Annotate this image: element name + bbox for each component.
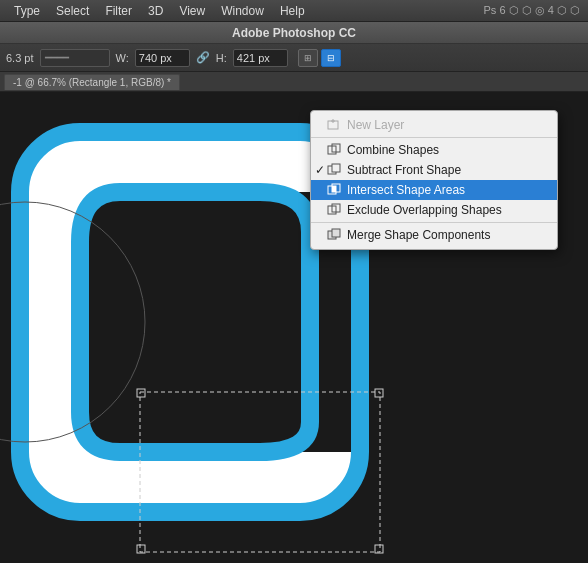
menu-bar: Type Select Filter 3D View Window Help P… (0, 0, 588, 22)
menu-type[interactable]: Type (8, 2, 46, 20)
subtract-icon (327, 163, 341, 177)
menu-separator-2 (311, 222, 557, 223)
menu-view[interactable]: View (173, 2, 211, 20)
menu-help[interactable]: Help (274, 2, 311, 20)
merge-label: Merge Shape Components (347, 228, 490, 242)
combine-shapes-label: Combine Shapes (347, 143, 439, 157)
subtract-label: Subtract Front Shape (347, 163, 461, 177)
size-label: 6.3 pt (6, 52, 34, 64)
exclude-label: Exclude Overlapping Shapes (347, 203, 502, 217)
check-mark: ✓ (315, 163, 325, 177)
app-title: Adobe Photoshop CC (232, 26, 356, 40)
merge-icon (327, 228, 341, 242)
svg-rect-19 (332, 186, 336, 192)
menu-item-combine-shapes[interactable]: Combine Shapes (311, 140, 557, 160)
menu-item-subtract-front-shape[interactable]: ✓ Subtract Front Shape (311, 160, 557, 180)
shape-mode-button[interactable]: ⊟ (321, 49, 341, 67)
new-layer-icon (327, 118, 341, 132)
menu-item-merge-shape-components[interactable]: Merge Shape Components (311, 225, 557, 245)
menu-item-exclude-overlapping-shapes[interactable]: Exclude Overlapping Shapes (311, 200, 557, 220)
tab-label: -1 @ 66.7% (Rectangle 1, RGB/8) * (13, 77, 171, 88)
svg-rect-23 (332, 229, 340, 237)
height-input[interactable] (233, 49, 288, 67)
width-input[interactable] (135, 49, 190, 67)
menu-window[interactable]: Window (215, 2, 270, 20)
exclude-icon (327, 203, 341, 217)
menu-separator-1 (311, 137, 557, 138)
intersect-label: Intersect Shape Areas (347, 183, 465, 197)
link-icon: 🔗 (196, 51, 210, 64)
menu-select[interactable]: Select (50, 2, 95, 20)
menu-filter[interactable]: Filter (99, 2, 138, 20)
options-bar: 6.3 pt ━━━━ W: 🔗 H: ⊞ ⊟ (0, 44, 588, 72)
intersect-icon (327, 183, 341, 197)
document-tab[interactable]: -1 @ 66.7% (Rectangle 1, RGB/8) * (4, 74, 180, 90)
ps-icon: Ps 6 ⬡ ⬡ ◎ 4 ⬡ ⬡ (484, 4, 580, 17)
w-label: W: (116, 52, 129, 64)
dropdown-menu: New Layer Combine Shapes ✓ Subtract Fron… (310, 110, 558, 250)
canvas-area: -1 @ 66.7% (Rectangle 1, RGB/8) * (0, 72, 588, 563)
menu-3d[interactable]: 3D (142, 2, 169, 20)
menu-item-new-layer[interactable]: New Layer (311, 115, 557, 135)
title-bar: Adobe Photoshop CC (0, 22, 588, 44)
tab-area: -1 @ 66.7% (Rectangle 1, RGB/8) * (0, 72, 588, 92)
h-label: H: (216, 52, 227, 64)
svg-rect-16 (332, 164, 340, 172)
menu-item-intersect-shape-areas[interactable]: Intersect Shape Areas (311, 180, 557, 200)
new-layer-label: New Layer (347, 118, 404, 132)
combine-shapes-icon (327, 143, 341, 157)
